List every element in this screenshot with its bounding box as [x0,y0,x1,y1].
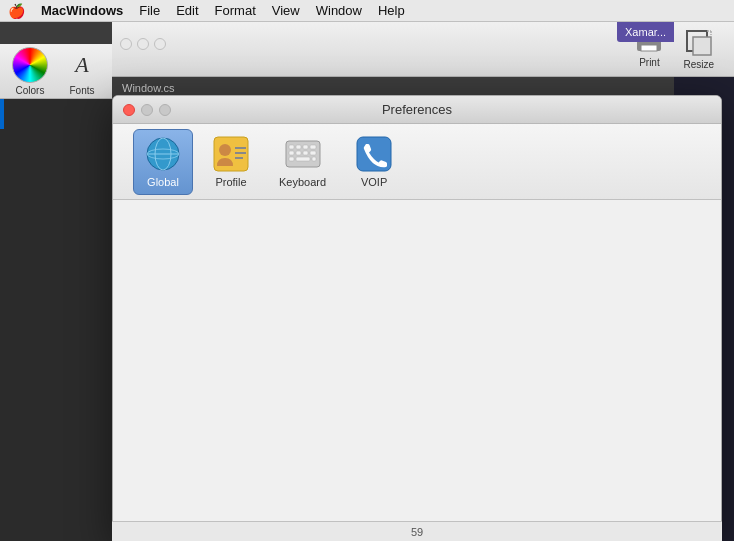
svg-rect-17 [289,145,294,149]
colors-icon [12,47,48,83]
bg-traffic-lights [120,38,166,50]
menu-view[interactable]: View [264,0,308,22]
pref-item-global[interactable]: Global [133,129,193,195]
pref-item-profile[interactable]: Profile [201,130,261,194]
pref-item-voip[interactable]: VOIP [344,130,404,194]
svg-rect-25 [289,157,294,161]
resize-icon [685,29,713,57]
menu-format[interactable]: Format [207,0,264,22]
fonts-label: Fonts [69,85,94,96]
menu-macwindows[interactable]: MacWindows [33,0,131,22]
svg-rect-24 [310,151,316,155]
colors-button[interactable]: Colors [12,47,48,96]
bg-tl-max[interactable] [154,38,166,50]
colors-label: Colors [16,85,45,96]
voip-label: VOIP [361,176,387,188]
fonts-button[interactable]: A Fonts [64,47,100,96]
menu-window[interactable]: Window [308,0,370,22]
fonts-icon: A [64,47,100,83]
xamarin-label: Xamar... [625,26,666,38]
minimize-button[interactable] [141,104,153,116]
menu-edit[interactable]: Edit [168,0,206,22]
svg-point-12 [219,144,231,156]
status-line: 59 [411,526,423,538]
bg-tl-min[interactable] [137,38,149,50]
prefs-titlebar: Preferences [113,96,721,124]
statusbar: 59 [112,521,722,541]
resize-label: Resize [683,59,714,70]
print-label: Print [639,57,660,68]
close-button[interactable] [123,104,135,116]
svg-rect-2 [641,45,657,51]
xamarin-badge: Xamar... [617,22,674,42]
traffic-lights [123,104,171,116]
voip-icon [356,136,392,172]
bg-tl-close[interactable] [120,38,132,50]
maximize-button[interactable] [159,104,171,116]
svg-rect-4 [693,37,711,55]
profile-icon [213,136,249,172]
prefs-title: Preferences [382,102,452,117]
svg-rect-20 [310,145,316,149]
prefs-content [113,200,721,540]
global-label: Global [147,176,179,188]
svg-rect-26 [296,157,310,161]
menu-help[interactable]: Help [370,0,413,22]
editor-tab-label: Window.cs [122,82,175,94]
svg-rect-22 [296,151,301,155]
pref-item-keyboard[interactable]: Keyboard [269,130,336,194]
apple-menu-icon[interactable]: 🍎 [8,3,25,19]
svg-rect-19 [303,145,308,149]
left-sidebar: Colors A Fonts [0,44,112,541]
sidebar-accent [0,99,4,129]
svg-rect-27 [312,157,316,161]
keyboard-icon [285,136,321,172]
preferences-dialog: Preferences Global [112,95,722,540]
prefs-toolbar: Global Profile [113,124,721,200]
profile-label: Profile [215,176,246,188]
global-icon [145,136,181,172]
sidebar-toolbar: Colors A Fonts [0,44,112,99]
menu-file[interactable]: File [131,0,168,22]
svg-rect-21 [289,151,294,155]
svg-rect-23 [303,151,308,155]
resize-button[interactable]: Resize [683,29,714,70]
keyboard-label: Keyboard [279,176,326,188]
menubar: 🍎 MacWindows File Edit Format View Windo… [0,0,734,22]
svg-rect-18 [296,145,301,149]
